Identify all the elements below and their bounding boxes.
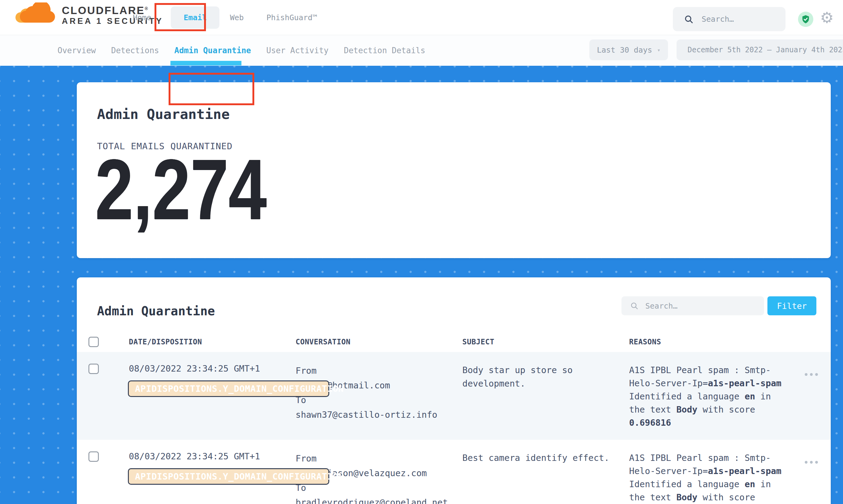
filter-button[interactable]: Filter xyxy=(768,296,816,315)
primary-nav: Home Email Web PhishGuard™ xyxy=(131,0,328,35)
subject-cell: Body star up store so development. xyxy=(462,364,615,429)
reason-segment: with score xyxy=(697,492,755,502)
date-cell: 08/03/2022 23:34:25 GMT+1 APIDISPOSITION… xyxy=(129,451,296,504)
row-date: 08/03/2022 23:34:25 GMT+1 xyxy=(129,364,260,374)
reason-segment: a1s-pearl-spam xyxy=(708,466,781,476)
table-card-title: Admin Quarantine xyxy=(97,304,215,318)
subject-cell: Best camera identify effect. xyxy=(462,451,615,504)
settings-gear-icon[interactable]: ⚙ xyxy=(820,8,834,27)
row-checkbox[interactable] xyxy=(88,451,99,462)
ellipsis-icon xyxy=(805,373,808,376)
tab-detections[interactable]: Detections xyxy=(111,46,159,55)
search-placeholder: Search… xyxy=(645,302,678,310)
nav-item-phishguard[interactable]: PhishGuard™ xyxy=(265,13,318,22)
email-sub-nav: Overview Detections Admin Quarantine Use… xyxy=(0,35,843,66)
from-label: From xyxy=(296,364,462,378)
date-range-field[interactable]: December 5th 2022 — January 4th 2023 xyxy=(677,39,843,60)
chevron-down-icon: ▾ xyxy=(657,47,660,53)
time-range-label: Last 30 days xyxy=(597,46,652,54)
table-search-input[interactable]: Search… xyxy=(621,296,764,315)
select-all-checkbox[interactable] xyxy=(88,337,99,347)
search-placeholder: Search… xyxy=(702,15,734,23)
to-address[interactable]: bradleyrodriguez@copeland.net xyxy=(296,496,462,504)
quarantine-table-card: Admin Quarantine Search… Filter DATE/DIS… xyxy=(77,277,831,504)
from-label: From xyxy=(296,451,462,466)
to-address[interactable]: shawn37@castillo-ortiz.info xyxy=(296,408,462,422)
reason-segment: 0.696816 xyxy=(629,418,671,428)
reason-segment: a1s-pearl-spam xyxy=(708,378,781,389)
nav-item-email[interactable]: Email xyxy=(171,6,219,29)
ellipsis-icon xyxy=(805,461,808,464)
summary-card: Admin Quarantine TOTAL EMAILS QUARANTINE… xyxy=(77,82,831,258)
column-header-conversation: CONVERSATION xyxy=(296,338,462,346)
row-checkbox[interactable] xyxy=(88,364,99,374)
global-search-input[interactable]: Search… xyxy=(673,7,786,31)
table-body: 08/03/2022 23:34:25 GMT+1 APIDISPOSITION… xyxy=(77,352,831,504)
search-icon xyxy=(684,14,694,24)
reasons-cell: A1S IPBL Pearl spam : Smtp-Helo-Server-I… xyxy=(629,364,787,429)
column-header-reasons: REASONS xyxy=(629,338,787,346)
tab-user-activity[interactable]: User Activity xyxy=(266,46,329,55)
date-cell: 08/03/2022 23:34:25 GMT+1 APIDISPOSITION… xyxy=(129,364,296,429)
shield-check-icon xyxy=(801,14,811,24)
tab-overview[interactable]: Overview xyxy=(57,46,96,55)
row-actions-menu[interactable] xyxy=(804,364,831,429)
nav-item-web[interactable]: Web xyxy=(229,13,245,22)
tab-admin-quarantine[interactable]: Admin Quarantine xyxy=(174,46,251,55)
row-actions-menu[interactable] xyxy=(804,451,831,504)
tab-detection-details[interactable]: Detection Details xyxy=(344,46,425,55)
page-background: Admin Quarantine TOTAL EMAILS QUARANTINE… xyxy=(0,66,843,504)
reason-segment: Identified a language xyxy=(629,479,745,489)
summary-card-title: Admin Quarantine xyxy=(97,106,229,122)
table-row: 08/03/2022 23:34:25 GMT+1 APIDISPOSITION… xyxy=(77,440,831,504)
time-range-dropdown[interactable]: Last 30 days ▾ xyxy=(589,39,668,60)
active-tab-underline xyxy=(171,61,242,66)
account-protection-badge[interactable] xyxy=(798,12,813,27)
reason-segment: en xyxy=(745,479,755,489)
table-row: 08/03/2022 23:34:25 GMT+1 APIDISPOSITION… xyxy=(77,352,831,440)
cloudflare-cloud-icon xyxy=(12,2,57,27)
nav-item-home[interactable]: Home xyxy=(131,13,152,22)
reason-segment: Body xyxy=(676,404,697,415)
reason-segment: Identified a language xyxy=(629,392,745,401)
top-nav: CLOUDFLARE® AREA 1 SECURITY Home Email W… xyxy=(0,0,843,35)
disposition-badge[interactable]: APIDISPOSITIONS.Y_DOMAIN_CONFIGURATION xyxy=(128,380,329,397)
table-header-row: DATE/DISPOSITION CONVERSATION SUBJECT RE… xyxy=(77,332,831,352)
search-icon xyxy=(630,302,638,310)
reason-segment: en xyxy=(745,392,755,401)
column-header-date: DATE/DISPOSITION xyxy=(129,338,296,346)
row-date: 08/03/2022 23:34:25 GMT+1 xyxy=(129,451,260,462)
column-header-subject: SUBJECT xyxy=(462,338,629,346)
quarantine-table: DATE/DISPOSITION CONVERSATION SUBJECT RE… xyxy=(77,332,831,504)
reason-segment: with score xyxy=(697,404,755,415)
disposition-badge[interactable]: APIDISPOSITIONS.Y_DOMAIN_CONFIGURATION xyxy=(128,468,329,485)
metric-value: 2,274 xyxy=(95,146,267,232)
reasons-cell: A1S IPBL Pearl spam : Smtp-Helo-Server-I… xyxy=(629,451,787,504)
reason-segment: Body xyxy=(676,492,697,502)
date-range-value: December 5th 2022 — January 4th 2023 xyxy=(688,46,843,54)
